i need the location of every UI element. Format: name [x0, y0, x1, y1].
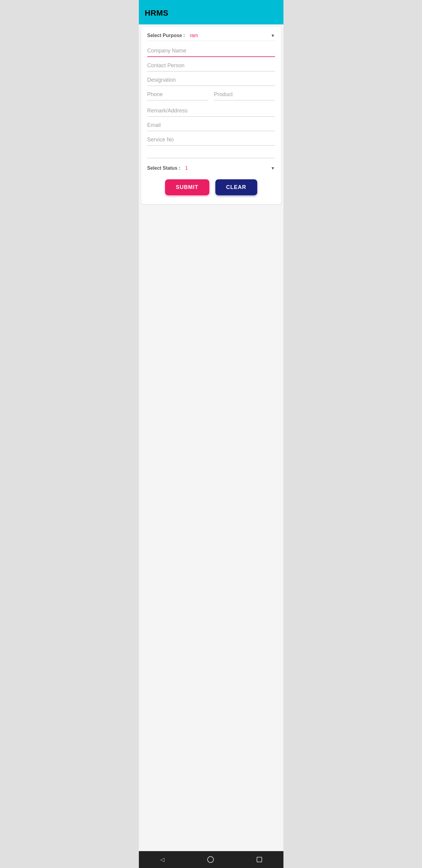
- company-name-field: [147, 44, 275, 57]
- product-input[interactable]: [214, 88, 275, 100]
- extra-input[interactable]: [147, 147, 275, 158]
- app-title: HRMS: [145, 8, 169, 18]
- contact-person-input[interactable]: [147, 59, 275, 71]
- home-nav-icon[interactable]: [207, 856, 214, 863]
- service-no-field: [147, 133, 275, 146]
- phone-input[interactable]: [147, 88, 208, 100]
- back-nav-icon[interactable]: ◁: [160, 856, 164, 863]
- status-chevron-down-icon: ▼: [271, 166, 275, 170]
- select-purpose-label: Select Purpose :: [147, 33, 185, 38]
- company-name-input[interactable]: [147, 44, 275, 57]
- contact-person-field: [147, 59, 275, 71]
- app-header: HRMS: [139, 0, 284, 24]
- recent-nav-icon[interactable]: [257, 857, 262, 862]
- select-status-row[interactable]: Select Status : 1 ▼: [147, 163, 275, 173]
- select-status-label: Select Status :: [147, 165, 181, 171]
- remark-address-input[interactable]: [147, 104, 275, 117]
- phone-field: [147, 88, 208, 100]
- submit-button[interactable]: SUBMIT: [165, 179, 209, 195]
- clear-button[interactable]: CLEAR: [215, 179, 257, 195]
- bottom-nav: ◁: [139, 851, 284, 868]
- email-input[interactable]: [147, 119, 275, 131]
- form-card: Select Purpose : ram ▼: [141, 27, 281, 204]
- select-status-dropdown[interactable]: 1 ▼: [185, 165, 275, 171]
- service-no-input[interactable]: [147, 133, 275, 146]
- select-purpose-row[interactable]: Select Purpose : ram ▼: [147, 33, 275, 41]
- select-purpose-value: ram: [190, 33, 271, 38]
- extra-field: [147, 147, 275, 158]
- designation-field: [147, 73, 275, 86]
- phone-product-row: [147, 88, 275, 102]
- designation-input[interactable]: [147, 73, 275, 86]
- product-field: [214, 88, 275, 100]
- chevron-down-icon: ▼: [271, 33, 275, 38]
- email-field: [147, 119, 275, 131]
- buttons-row: SUBMIT CLEAR: [147, 179, 275, 195]
- select-status-value: 1: [185, 165, 271, 171]
- remark-address-field: [147, 104, 275, 117]
- select-purpose-dropdown[interactable]: ram ▼: [190, 33, 275, 38]
